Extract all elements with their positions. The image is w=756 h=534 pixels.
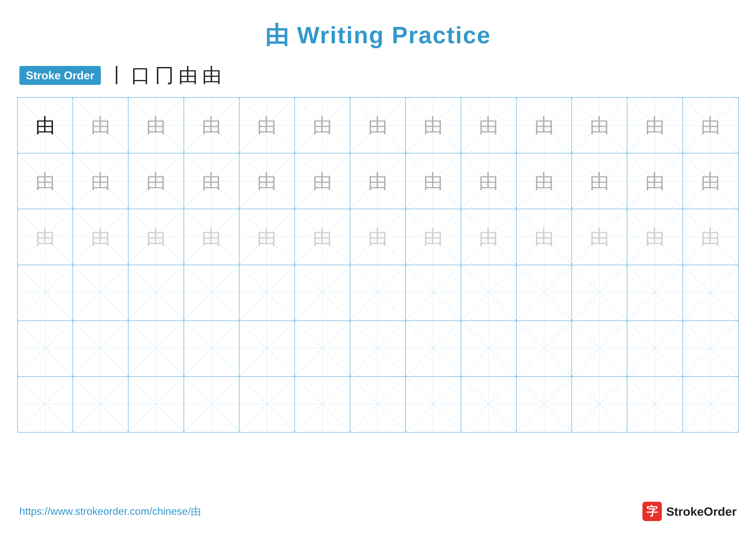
grid-cell-1-8[interactable]: 由 bbox=[461, 153, 517, 209]
grid-cell-4-8[interactable] bbox=[461, 321, 517, 376]
grid-cell-3-9[interactable] bbox=[517, 265, 572, 320]
grid-cell-5-3[interactable] bbox=[184, 377, 239, 432]
grid-cell-4-7[interactable] bbox=[406, 321, 461, 376]
practice-character: 由 bbox=[479, 171, 498, 191]
practice-character: 由 bbox=[202, 227, 221, 247]
svg-line-121 bbox=[461, 321, 516, 376]
grid-cell-5-12[interactable] bbox=[683, 377, 738, 432]
svg-line-142 bbox=[350, 377, 405, 432]
grid-cell-1-3[interactable]: 由 bbox=[184, 153, 239, 209]
svg-line-98 bbox=[572, 265, 627, 320]
grid-cell-4-3[interactable] bbox=[184, 321, 239, 376]
grid-cell-1-10[interactable]: 由 bbox=[572, 153, 627, 209]
grid-cell-0-7[interactable]: 由 bbox=[406, 98, 461, 153]
grid-cell-1-9[interactable]: 由 bbox=[517, 153, 572, 209]
grid-cell-4-6[interactable] bbox=[350, 321, 406, 376]
footer-url[interactable]: https://www.strokeorder.com/chinese/由 bbox=[19, 504, 201, 518]
grid-cell-2-5[interactable]: 由 bbox=[295, 209, 350, 265]
grid-cell-1-12[interactable]: 由 bbox=[683, 153, 738, 209]
grid-cell-0-9[interactable]: 由 bbox=[517, 98, 572, 153]
grid-cell-4-4[interactable] bbox=[239, 321, 295, 376]
grid-cell-2-9[interactable]: 由 bbox=[517, 209, 572, 265]
grid-cell-5-9[interactable] bbox=[517, 377, 572, 432]
grid-cell-0-8[interactable]: 由 bbox=[461, 98, 517, 153]
grid-cell-5-5[interactable] bbox=[295, 377, 350, 432]
grid-cell-4-12[interactable] bbox=[683, 321, 738, 376]
grid-cell-2-3[interactable]: 由 bbox=[184, 209, 239, 265]
svg-line-83 bbox=[128, 265, 183, 320]
grid-cell-4-5[interactable] bbox=[295, 321, 350, 376]
svg-line-126 bbox=[627, 321, 682, 376]
grid-cell-2-7[interactable]: 由 bbox=[406, 209, 461, 265]
grid-cell-1-7[interactable]: 由 bbox=[406, 153, 461, 209]
practice-character: 由 bbox=[257, 227, 277, 247]
grid-cell-1-2[interactable]: 由 bbox=[128, 153, 184, 209]
grid-cell-0-10[interactable]: 由 bbox=[572, 98, 627, 153]
grid-row-1[interactable]: 由 由 由 由 由 由 由 由 bbox=[18, 153, 738, 209]
grid-cell-0-4[interactable]: 由 bbox=[239, 98, 295, 153]
svg-line-146 bbox=[461, 377, 516, 432]
grid-cell-5-11[interactable] bbox=[627, 377, 683, 432]
grid-cell-3-5[interactable] bbox=[295, 265, 350, 320]
grid-cell-5-8[interactable] bbox=[461, 377, 517, 432]
practice-character: 由 bbox=[590, 116, 609, 135]
grid-cell-5-7[interactable] bbox=[406, 377, 461, 432]
grid-cell-2-6[interactable]: 由 bbox=[350, 209, 406, 265]
grid-cell-3-7[interactable] bbox=[406, 265, 461, 320]
grid-cell-3-11[interactable] bbox=[627, 265, 683, 320]
grid-cell-3-0[interactable] bbox=[18, 265, 73, 320]
svg-line-96 bbox=[517, 265, 572, 320]
grid-cell-5-0[interactable] bbox=[18, 377, 73, 432]
svg-line-90 bbox=[350, 265, 405, 320]
grid-cell-2-11[interactable]: 由 bbox=[627, 209, 683, 265]
grid-cell-2-2[interactable]: 由 bbox=[128, 209, 184, 265]
grid-cell-0-3[interactable]: 由 bbox=[184, 98, 239, 153]
grid-cell-5-10[interactable] bbox=[572, 377, 627, 432]
grid-cell-3-3[interactable] bbox=[184, 265, 239, 320]
svg-line-97 bbox=[517, 265, 572, 320]
grid-cell-2-8[interactable]: 由 bbox=[461, 209, 517, 265]
grid-cell-3-4[interactable] bbox=[239, 265, 295, 320]
grid-cell-1-4[interactable]: 由 bbox=[239, 153, 295, 209]
grid-cell-4-2[interactable] bbox=[128, 321, 184, 376]
grid-cell-5-1[interactable] bbox=[73, 377, 128, 432]
grid-cell-3-8[interactable] bbox=[461, 265, 517, 320]
grid-cell-1-1[interactable]: 由 bbox=[73, 153, 128, 209]
grid-cell-1-11[interactable]: 由 bbox=[627, 153, 683, 209]
grid-cell-5-6[interactable] bbox=[350, 377, 406, 432]
grid-cell-2-4[interactable]: 由 bbox=[239, 209, 295, 265]
grid-cell-3-6[interactable] bbox=[350, 265, 406, 320]
grid-cell-0-2[interactable]: 由 bbox=[128, 98, 184, 153]
svg-line-89 bbox=[295, 265, 350, 320]
grid-cell-4-1[interactable] bbox=[73, 321, 128, 376]
practice-character: 由 bbox=[146, 227, 166, 247]
grid-cell-2-0[interactable]: 由 bbox=[18, 209, 73, 265]
grid-cell-1-5[interactable]: 由 bbox=[295, 153, 350, 209]
grid-cell-5-2[interactable] bbox=[128, 377, 184, 432]
grid-cell-5-4[interactable] bbox=[239, 377, 295, 432]
grid-cell-2-1[interactable]: 由 bbox=[73, 209, 128, 265]
grid-cell-2-12[interactable]: 由 bbox=[683, 209, 738, 265]
grid-cell-1-6[interactable]: 由 bbox=[350, 153, 406, 209]
grid-cell-2-10[interactable]: 由 bbox=[572, 209, 627, 265]
grid-cell-0-6[interactable]: 由 bbox=[350, 98, 406, 153]
grid-cell-0-0[interactable]: 由 bbox=[18, 98, 73, 153]
grid-cell-4-9[interactable] bbox=[517, 321, 572, 376]
grid-cell-0-11[interactable]: 由 bbox=[627, 98, 683, 153]
grid-cell-1-0[interactable]: 由 bbox=[18, 153, 73, 209]
grid-row-3[interactable] bbox=[18, 265, 738, 321]
grid-cell-4-11[interactable] bbox=[627, 321, 683, 376]
grid-cell-4-0[interactable] bbox=[18, 321, 73, 376]
grid-row-0[interactable]: 由 由 由 由 由 由 由 由 bbox=[18, 98, 738, 153]
grid-row-2[interactable]: 由 由 由 由 由 由 由 由 bbox=[18, 209, 738, 265]
grid-cell-0-1[interactable]: 由 bbox=[73, 98, 128, 153]
grid-cell-3-12[interactable] bbox=[683, 265, 738, 320]
grid-cell-3-2[interactable] bbox=[128, 265, 184, 320]
grid-row-4[interactable] bbox=[18, 321, 738, 377]
grid-cell-3-10[interactable] bbox=[572, 265, 627, 320]
grid-cell-3-1[interactable] bbox=[73, 265, 128, 320]
grid-cell-0-12[interactable]: 由 bbox=[683, 98, 738, 153]
grid-row-5[interactable] bbox=[18, 377, 738, 432]
grid-cell-4-10[interactable] bbox=[572, 321, 627, 376]
grid-cell-0-5[interactable]: 由 bbox=[295, 98, 350, 153]
